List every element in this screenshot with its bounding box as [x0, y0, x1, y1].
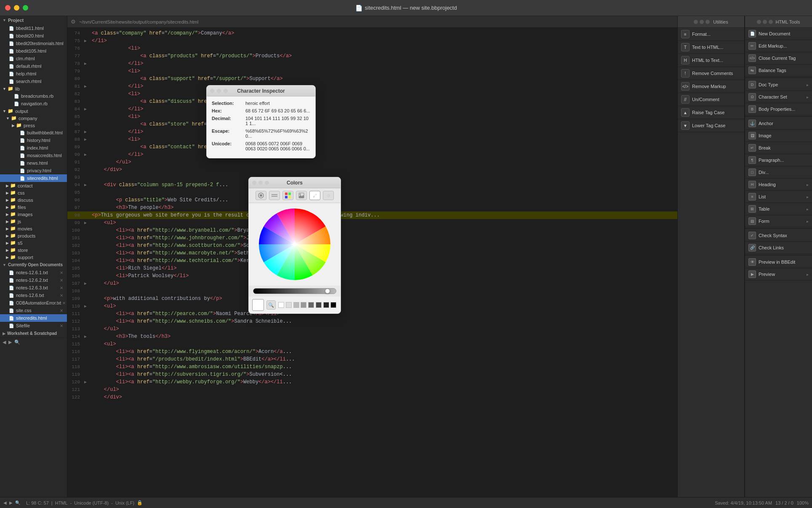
- sidebar-open-notes1[interactable]: 📄 notes-12.6.1.txt ✕: [0, 269, 67, 276]
- close-file-button[interactable]: ✕: [59, 315, 64, 321]
- balance-tags-button[interactable]: ⇆ Balance Tags: [745, 64, 812, 77]
- color-cell[interactable]: [301, 302, 306, 308]
- next-button[interactable]: ▶: [8, 340, 12, 345]
- sidebar-item-news[interactable]: 📄 news.html: [0, 159, 67, 167]
- close-file-button[interactable]: ✕: [59, 285, 64, 291]
- sidebar-open-notes3[interactable]: 📄 notes-12.6.3.txt ✕: [0, 284, 67, 291]
- sidebar-item-search[interactable]: 📄 search.rhtml: [0, 78, 67, 85]
- color-cell[interactable]: [308, 302, 314, 308]
- status-nav-next[interactable]: ▶: [9, 500, 13, 505]
- folder-contact[interactable]: ▶ 📁 contact: [0, 182, 67, 189]
- character-set-button[interactable]: Ω Character Set ▸: [745, 91, 812, 103]
- eyedropper-button[interactable]: 🔍: [266, 300, 276, 310]
- sidebar-open-odb[interactable]: 📄 ODBAutomationError.txt ✕: [0, 299, 67, 307]
- close-file-button[interactable]: ✕: [59, 270, 64, 275]
- remove-markup-button[interactable]: </> Remove Markup: [678, 80, 744, 93]
- folder-css[interactable]: ▶ 📁 css: [0, 189, 67, 196]
- doc-type-button[interactable]: D Doc Type ▸: [745, 79, 812, 91]
- color-cell[interactable]: [316, 302, 322, 308]
- prev-button[interactable]: ◀: [3, 340, 6, 345]
- code-editor[interactable]: 74 <a class="company" href="/company/">C…: [67, 28, 677, 497]
- sidebar-item-bbedit105[interactable]: 📄 bbedit105.html: [0, 47, 67, 55]
- folder-output[interactable]: ▼ 📁 output: [0, 107, 67, 115]
- status-nav-prev[interactable]: ◀: [3, 500, 7, 505]
- sidebar-item-bbedit20[interactable]: 📄 bbedit20.html: [0, 32, 67, 40]
- folder-movies[interactable]: ▶ 📁 movies: [0, 225, 67, 232]
- image-button[interactable]: 🖼 Image: [745, 130, 812, 142]
- anchor-button[interactable]: ⚓ Anchor: [745, 118, 812, 130]
- sidebar-item-help[interactable]: 📄 help.rhtml: [0, 70, 67, 78]
- text-to-html-button[interactable]: T Text to HTML...: [678, 41, 744, 54]
- color-crayons-mode-btn[interactable]: 🖍: [309, 191, 320, 200]
- raise-tag-case-button[interactable]: ▲ Raise Tag Case: [678, 106, 744, 119]
- sidebar-item-breadcrumbs[interactable]: 📄 breadcrumbs.rb: [0, 92, 67, 100]
- sidebar-item-sitecredits[interactable]: 📄 sitecredits.html ✕: [0, 174, 67, 182]
- close-current-tag-button[interactable]: </> Close Current Tag: [745, 52, 812, 64]
- body-properties-button[interactable]: B Body Properties...: [745, 103, 812, 115]
- folder-s5[interactable]: ▶ 📁 s5: [0, 239, 67, 246]
- folder-files[interactable]: ▶ 📁 files: [0, 203, 67, 211]
- list-button[interactable]: ≡ List ▸: [745, 191, 812, 203]
- html-to-text-button[interactable]: H HTML to Text...: [678, 54, 744, 67]
- form-button[interactable]: ▤ Form ▸: [745, 215, 812, 227]
- remove-comments-button[interactable]: ! Remove Comments: [678, 67, 744, 80]
- sidebar-item-bbedit20t[interactable]: 📄 bbedit20testimonials.html: [0, 40, 67, 47]
- color-palette-mode-btn[interactable]: [282, 191, 293, 200]
- folder-discuss[interactable]: ▶ 📁 discuss: [0, 196, 67, 203]
- new-document-button[interactable]: 📄 New Document: [745, 28, 812, 40]
- check-syntax-button[interactable]: ✓ Check Syntax: [745, 230, 812, 242]
- sidebar-item-navigation[interactable]: 📄 navigation.rb: [0, 100, 67, 107]
- gear-icon[interactable]: ⚙: [71, 19, 76, 25]
- close-button[interactable]: [5, 5, 11, 11]
- folder-js[interactable]: ▶ 📁 js: [0, 218, 67, 225]
- close-file-button[interactable]: ✕: [59, 292, 64, 298]
- sidebar-item-privacy[interactable]: 📄 privacy.html: [0, 167, 67, 174]
- open-docs-section-header[interactable]: ▼ Currently Open Documents: [0, 261, 67, 269]
- color-cell[interactable]: [330, 302, 336, 308]
- close-file-button[interactable]: ✕: [59, 277, 64, 283]
- sidebar-item-bbedit11[interactable]: 📄 bbedit11.html: [0, 24, 67, 32]
- color-slider-mode-btn[interactable]: [269, 191, 280, 200]
- sidebar-item-builtwith[interactable]: 📄 builtwithbbedit.html: [0, 129, 67, 136]
- sidebar-item-clm[interactable]: 📄 clm.rhtml: [0, 55, 67, 62]
- folder-company[interactable]: ▼ 📁 company: [0, 115, 67, 122]
- color-wheel-mode-btn[interactable]: [256, 191, 266, 200]
- sidebar-open-notes4[interactable]: 📄 notes-12.6.txt ✕: [0, 291, 67, 299]
- folder-lib[interactable]: ▼ 📁 lib: [0, 85, 67, 92]
- heading-button[interactable]: H Heading ▸: [745, 179, 812, 191]
- preview-button[interactable]: ▶ Preview ▸: [745, 268, 812, 281]
- maximize-button[interactable]: [23, 5, 28, 11]
- lower-tag-case-button[interactable]: ▼ Lower Tag Case: [678, 119, 744, 132]
- sidebar-item-index[interactable]: 📄 index.html: [0, 144, 67, 152]
- close-file-button[interactable]: ✕: [59, 323, 64, 329]
- sidebar-item-default[interactable]: 📄 default.rhtml: [0, 62, 67, 70]
- check-links-button[interactable]: 🔗 Check Links: [745, 242, 812, 254]
- paragraph-button[interactable]: ¶ Paragraph...: [745, 154, 812, 166]
- project-section-header[interactable]: ▼ Project: [0, 16, 67, 24]
- brightness-thumb[interactable]: [325, 289, 330, 294]
- color-custom-mode-btn[interactable]: ⚙: [323, 191, 334, 200]
- format-button[interactable]: ≡ Format...: [678, 28, 744, 41]
- folder-images[interactable]: ▶ 📁 images: [0, 211, 67, 218]
- color-cell[interactable]: [286, 302, 292, 308]
- folder-products[interactable]: ▶ 📁 products: [0, 232, 67, 239]
- color-cell[interactable]: [293, 302, 299, 308]
- sidebar-item-history[interactable]: 📄 history.html: [0, 136, 67, 144]
- folder-press[interactable]: ▶ 📁 press: [0, 122, 67, 129]
- search-button[interactable]: 🔍: [14, 340, 20, 345]
- color-cell[interactable]: [278, 302, 284, 308]
- status-search[interactable]: 🔍: [15, 500, 20, 505]
- preview-in-bbedit-button[interactable]: 👁 Preview in BBEdit: [745, 256, 812, 268]
- color-cell[interactable]: [323, 302, 329, 308]
- edit-markup-button[interactable]: ✏ Edit Markup...: [745, 40, 812, 52]
- sidebar-item-mosaic[interactable]: 📄 mosaiccredits.html: [0, 152, 67, 159]
- worksheet-section-header[interactable]: ▶ Worksheet & Scratchpad: [0, 329, 67, 337]
- close-file-button[interactable]: ✕: [61, 300, 67, 306]
- sidebar-open-sitecredits[interactable]: 📄 sitecredits.html ✕: [0, 314, 67, 322]
- table-button[interactable]: ⊞ Table ▸: [745, 203, 812, 215]
- sidebar-open-notes2[interactable]: 📄 notes-12.6.2.txt ✕: [0, 276, 67, 284]
- div-button[interactable]: □ Div...: [745, 166, 812, 179]
- sidebar-open-site-css[interactable]: 📄 site.css ✕: [0, 307, 67, 314]
- folder-store[interactable]: ▶ 📁 store: [0, 246, 67, 254]
- brightness-slider[interactable]: [253, 288, 336, 294]
